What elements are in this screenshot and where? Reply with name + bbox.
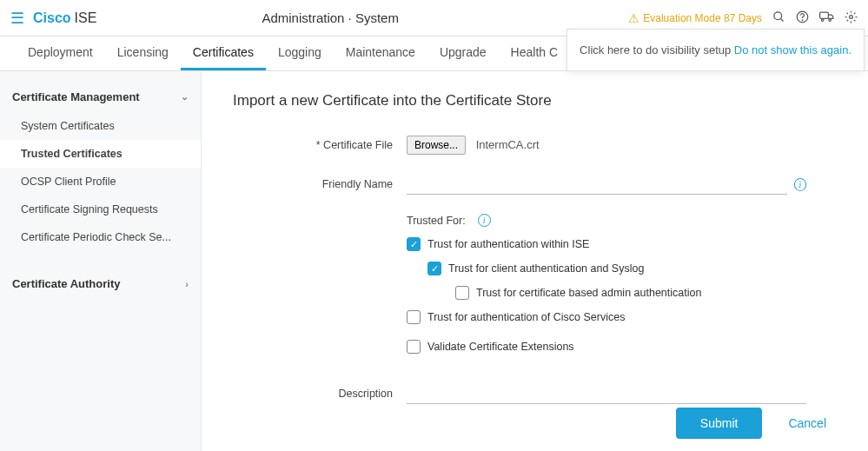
eval-mode-text: Evaluation Mode 87 Days	[643, 12, 762, 24]
brand-suffix: ISE	[75, 10, 97, 26]
gear-icon[interactable]	[845, 10, 858, 26]
sidebar-item-ocsp[interactable]: OCSP Client Profile	[0, 168, 201, 196]
checkbox-cert-admin[interactable]	[455, 286, 469, 300]
browse-button[interactable]: Browse...	[407, 136, 466, 155]
svg-rect-4	[820, 12, 829, 18]
checkbox-label: Trust for certificate based admin authen…	[476, 287, 701, 299]
tab-licensing[interactable]: Licensing	[105, 36, 181, 70]
submit-button[interactable]: Submit	[676, 408, 763, 439]
tab-logging[interactable]: Logging	[266, 36, 334, 70]
svg-line-1	[780, 18, 783, 21]
visibility-notification: Click here to do visibility setup Do not…	[567, 29, 865, 71]
cancel-button[interactable]: Cancel	[788, 416, 826, 430]
sidebar: Certificate Management ⌄ System Certific…	[0, 71, 202, 451]
help-icon[interactable]	[796, 10, 809, 26]
tab-deployment[interactable]: Deployment	[16, 36, 105, 70]
sidebar-group-cert-mgmt[interactable]: Certificate Management ⌄	[0, 80, 201, 112]
sidebar-group-label: Certificate Authority	[12, 277, 120, 290]
info-icon[interactable]: i	[478, 214, 491, 227]
info-icon[interactable]: i	[794, 178, 806, 191]
sidebar-item-csr[interactable]: Certificate Signing Requests	[0, 196, 201, 223]
sidebar-group-cert-authority[interactable]: Certificate Authority ›	[0, 267, 201, 299]
svg-point-7	[850, 15, 853, 18]
checkbox-label: Trust for authentication within ISE	[427, 238, 589, 250]
checkbox-label: Trust for client authentication and Sysl…	[448, 262, 644, 275]
page-title: Import a new Certificate into the Certif…	[233, 92, 832, 109]
chevron-down-icon: ⌄	[181, 91, 189, 103]
notification-dismiss-link[interactable]: Do not show this again.	[734, 43, 851, 56]
breadcrumb: Administration · System	[262, 10, 399, 25]
svg-point-6	[829, 18, 831, 20]
label-friendly-name: Friendly Name	[233, 178, 407, 190]
tab-health[interactable]: Health C	[499, 36, 570, 70]
checkbox-validate-ext[interactable]	[407, 340, 421, 354]
tab-maintenance[interactable]: Maintenance	[334, 36, 427, 70]
friendly-name-input[interactable]	[407, 174, 787, 195]
svg-point-5	[821, 18, 823, 20]
tab-certificates[interactable]: Certificates	[181, 36, 266, 70]
main-content: Import a new Certificate into the Certif…	[202, 71, 868, 451]
trusted-for-label: Trusted For: i	[407, 214, 832, 227]
tab-upgrade[interactable]: Upgrade	[427, 36, 499, 70]
chevron-right-icon: ›	[185, 279, 189, 289]
checkbox-label: Validate Certificate Extensions	[427, 341, 574, 353]
eval-mode-badge[interactable]: ⚠ Evaluation Mode 87 Days	[628, 11, 762, 25]
sidebar-group-label: Certificate Management	[12, 90, 140, 103]
hamburger-icon[interactable]: ☰	[10, 9, 24, 28]
notification-text: Click here to do visibility setup	[580, 43, 734, 56]
checkbox-label: Trust for authentication of Cisco Servic…	[427, 311, 625, 323]
checkbox-auth-ise[interactable]	[407, 237, 421, 251]
label-cert-file: * Certificate File	[233, 139, 407, 151]
sidebar-item-periodic-check[interactable]: Certificate Periodic Check Se...	[0, 223, 201, 251]
description-input[interactable]	[407, 383, 806, 404]
checkbox-client-syslog[interactable]	[427, 262, 441, 275]
warning-icon: ⚠	[628, 11, 639, 25]
sidebar-item-system-certs[interactable]: System Certificates	[0, 112, 201, 140]
search-icon[interactable]	[772, 10, 785, 26]
svg-point-0	[774, 11, 782, 19]
label-description: Description	[233, 388, 407, 400]
sidebar-item-trusted-certs[interactable]: Trusted Certificates	[0, 140, 201, 168]
checkbox-cisco-services[interactable]	[407, 310, 421, 324]
selected-file-name: IntermCA.crt	[476, 138, 540, 151]
svg-point-3	[802, 19, 803, 20]
brand-logo: Cisco	[33, 10, 71, 26]
